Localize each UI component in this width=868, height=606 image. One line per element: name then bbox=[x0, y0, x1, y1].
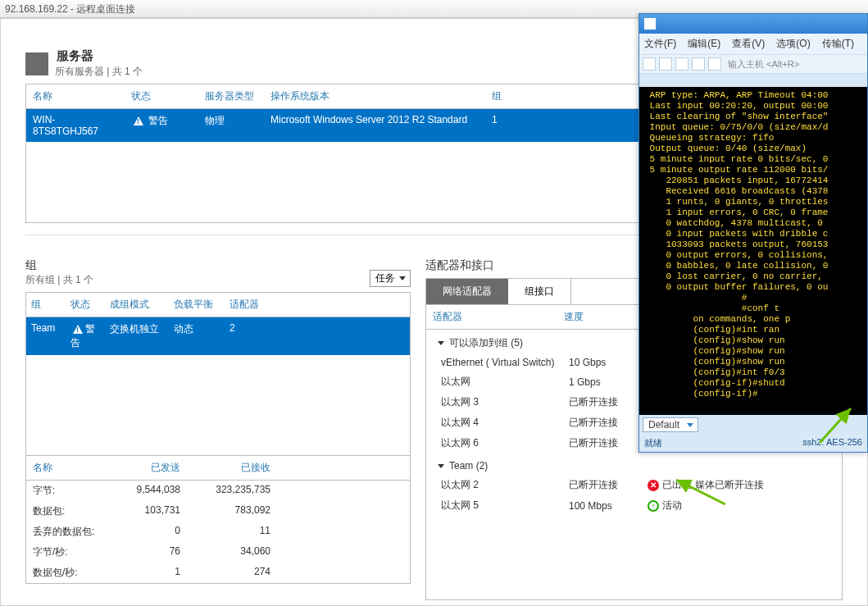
gcol-mode[interactable]: 成组模式 bbox=[105, 293, 169, 317]
tasks-dropdown[interactable]: 任务 bbox=[370, 270, 411, 287]
col-group[interactable]: 组 bbox=[485, 84, 518, 108]
gcol-adapter[interactable]: 适配器 bbox=[225, 293, 274, 317]
stat-name: 字节/秒: bbox=[33, 545, 107, 559]
menu-view[interactable]: 查看(V) bbox=[729, 36, 768, 52]
adapter-speed: 已断开连接 bbox=[569, 478, 648, 492]
tab-network-adapter[interactable]: 网络适配器 bbox=[426, 279, 508, 304]
adapter-row[interactable]: 以太网 5100 Mbps↑ 活动 bbox=[426, 495, 842, 516]
terminal-status-bar: 就绪 ssh2: AES-256 bbox=[639, 435, 867, 452]
ok-icon: ↑ bbox=[648, 500, 659, 512]
servers-icon bbox=[25, 52, 48, 75]
adapter-speed: 100 Mbps bbox=[569, 500, 648, 512]
stat-recv: 323,235,735 bbox=[180, 484, 270, 498]
menu-transfer[interactable]: 传输(T) bbox=[819, 36, 857, 52]
group-status: 警告 bbox=[66, 317, 105, 355]
col-status[interactable]: 状态 bbox=[125, 84, 198, 108]
acol-adapter[interactable]: 适配器 bbox=[433, 310, 564, 324]
gcol-lb[interactable]: 负载平衡 bbox=[169, 293, 225, 317]
tool-btn-2[interactable] bbox=[659, 57, 672, 71]
stat-name: 丢弃的数据包: bbox=[33, 525, 107, 539]
adapter-speed: 1 Gbps bbox=[569, 376, 648, 388]
stats-row: 数据包:103,731783,092 bbox=[26, 501, 410, 522]
groups-title: 组 bbox=[25, 258, 93, 273]
menu-edit[interactable]: 编辑(E) bbox=[684, 36, 724, 52]
terminal-toolbar: 输入主机 <Alt+R> bbox=[639, 54, 867, 74]
stat-name: 数据包/秒: bbox=[33, 566, 107, 580]
terminal-window[interactable]: 文件(F) 编辑(E) 查看(V) 选项(O) 传输(T) 输入主机 <Alt+… bbox=[639, 13, 868, 453]
stats-row: 字节:9,544,038323,235,735 bbox=[26, 481, 410, 501]
warning-icon bbox=[134, 116, 143, 125]
server-status: 警告 bbox=[125, 109, 198, 142]
group-mode: 交换机独立 bbox=[105, 317, 169, 355]
stat-sent: 103,731 bbox=[107, 504, 180, 518]
stat-sent: 1 bbox=[107, 566, 180, 580]
groups-table-header[interactable]: 组 状态 成组模式 负载平衡 适配器 bbox=[26, 293, 410, 317]
stat-name: 数据包: bbox=[33, 504, 107, 518]
gcol-status[interactable]: 状态 bbox=[66, 293, 105, 317]
scol-name[interactable]: 名称 bbox=[33, 461, 107, 475]
stats-row: 数据包/秒:1274 bbox=[26, 563, 410, 583]
group-adapter: 2 bbox=[225, 317, 274, 355]
host-input[interactable]: 输入主机 <Alt+R> bbox=[728, 58, 799, 71]
stat-recv: 274 bbox=[180, 566, 270, 580]
scol-recv[interactable]: 已接收 bbox=[180, 461, 270, 475]
servers-title: 服务器 bbox=[57, 48, 143, 64]
stats-header[interactable]: 名称 已发送 已接收 bbox=[26, 456, 410, 481]
tab-team-interface[interactable]: 组接口 bbox=[508, 279, 570, 304]
adapter-name: 以太网 4 bbox=[441, 416, 569, 430]
adapter-name: 以太网 6 bbox=[441, 436, 569, 450]
status-ssh: ssh2: AES-256 bbox=[802, 437, 862, 449]
adapter-speed: 已断开连接 bbox=[569, 416, 648, 430]
status-ready: 就绪 bbox=[644, 437, 662, 449]
terminal-selector-bar: Default bbox=[639, 415, 867, 435]
adapter-speed: 已断开连接 bbox=[569, 436, 648, 450]
servers-subtitle: 所有服务器 | 共 1 个 bbox=[55, 65, 143, 79]
adapter-speed: 已断开连接 bbox=[569, 395, 648, 409]
gcol-group[interactable]: 组 bbox=[26, 293, 66, 317]
server-os: Microsoft Windows Server 2012 R2 Standar… bbox=[264, 109, 485, 142]
stat-recv: 783,092 bbox=[180, 504, 270, 518]
expand-icon bbox=[438, 464, 444, 468]
terminal-session-tabs[interactable] bbox=[639, 74, 867, 87]
terminal-menu: 文件(F) 编辑(E) 查看(V) 选项(O) 传输(T) bbox=[639, 34, 867, 54]
stat-recv: 11 bbox=[180, 525, 270, 539]
groups-subtitle: 所有组 | 共 1 个 bbox=[25, 273, 93, 287]
menu-file[interactable]: 文件(F) bbox=[641, 36, 679, 52]
adapter-group-team[interactable]: Team (2) bbox=[426, 453, 842, 475]
adapter-speed: 10 Gbps bbox=[569, 357, 648, 368]
terminal-output[interactable]: ARP type: ARPA, ARP Timeout 04:00 Last i… bbox=[639, 87, 867, 415]
stat-sent: 0 bbox=[107, 525, 180, 539]
group-row[interactable]: Team 警告 交换机独立 动态 2 bbox=[26, 317, 410, 355]
server-type: 物理 bbox=[198, 109, 264, 142]
adapters-title: 适配器和接口 bbox=[425, 258, 494, 273]
col-name[interactable]: 名称 bbox=[26, 84, 125, 108]
error-icon: ✕ bbox=[648, 480, 659, 491]
col-type[interactable]: 服务器类型 bbox=[198, 84, 264, 108]
tool-btn-1[interactable] bbox=[643, 57, 656, 71]
group-lb: 动态 bbox=[169, 317, 225, 355]
adapter-name: 以太网 5 bbox=[441, 499, 569, 513]
group-name: Team bbox=[26, 317, 66, 355]
scol-sent[interactable]: 已发送 bbox=[107, 461, 180, 475]
stats-row: 字节/秒:7634,060 bbox=[26, 542, 410, 563]
menu-options[interactable]: 选项(O) bbox=[773, 36, 813, 52]
expand-icon bbox=[438, 341, 444, 345]
acol-speed[interactable]: 速度 bbox=[564, 310, 638, 324]
server-name: WIN-8TS8TGHJ567 bbox=[26, 109, 125, 142]
adapter-name: vEthernet ( Virtual Switch) bbox=[441, 357, 569, 368]
tool-btn-5[interactable] bbox=[708, 57, 721, 71]
stat-name: 字节: bbox=[33, 484, 107, 498]
stat-sent: 9,544,038 bbox=[107, 484, 180, 498]
adapter-row[interactable]: 以太网 2已断开连接✕ 已出错 媒体已断开连接 bbox=[426, 475, 842, 495]
tool-btn-3[interactable] bbox=[675, 57, 688, 71]
stat-recv: 34,060 bbox=[180, 545, 270, 559]
groups-table: 组 状态 成组模式 负载平衡 适配器 Team 警告 交换机独立 动态 2 bbox=[25, 292, 411, 456]
terminal-titlebar[interactable] bbox=[639, 14, 867, 34]
adapter-status: ↑ 活动 bbox=[648, 499, 685, 513]
tool-btn-4[interactable] bbox=[692, 57, 705, 71]
adapter-status: ✕ 已出错 媒体已断开连接 bbox=[648, 478, 764, 492]
stats-table: 名称 已发送 已接收 字节:9,544,038323,235,735数据包:10… bbox=[25, 456, 411, 584]
col-os[interactable]: 操作系统版本 bbox=[264, 84, 485, 108]
adapter-name: 以太网 3 bbox=[441, 395, 569, 409]
session-selector[interactable]: Default bbox=[643, 417, 698, 432]
